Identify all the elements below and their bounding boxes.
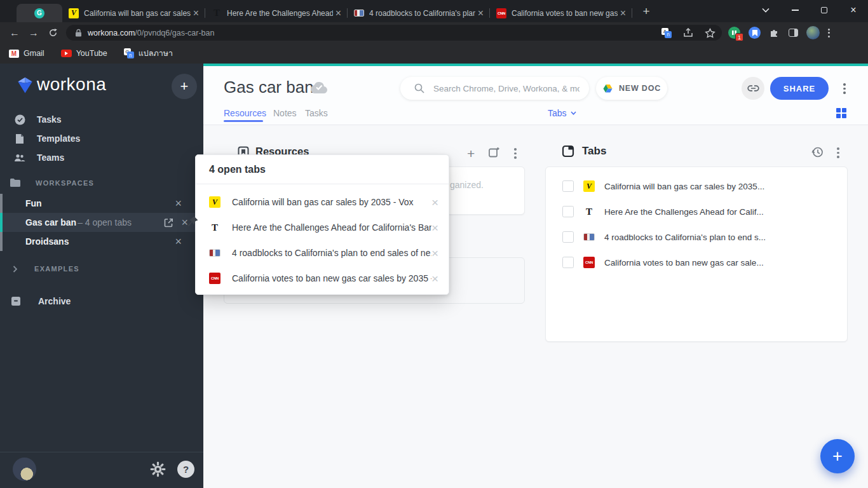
close-tab-icon[interactable]: ×	[336, 8, 341, 18]
popup-tab-item[interactable]: California will ban gas car sales by 203…	[196, 189, 449, 215]
nyt-favicon	[212, 8, 222, 18]
extensions-puzzle-icon[interactable]	[769, 27, 780, 39]
tab-list-item[interactable]: California will ban gas car sales by 203…	[546, 173, 847, 199]
youtube-icon	[61, 50, 72, 57]
sidebar-item-tasks[interactable]: Tasks	[0, 110, 203, 129]
share-button[interactable]: SHARE	[770, 77, 829, 100]
tab-list-item[interactable]: California votes to ban new gas car sale…	[546, 250, 847, 275]
search-input[interactable]	[433, 84, 580, 93]
browser-profile-avatar[interactable]	[806, 26, 820, 39]
add-tab-fab[interactable]: +	[820, 439, 855, 473]
search-bar[interactable]	[400, 77, 589, 100]
popup-tab-item[interactable]: California votes to ban new gas car sale…	[196, 266, 449, 291]
close-workspace-icon[interactable]: ×	[175, 198, 182, 209]
google-translate-icon: Gก	[124, 48, 134, 58]
header-menu-icon[interactable]	[843, 83, 846, 94]
popup-tab-list: California will ban gas car sales by 203…	[196, 184, 449, 291]
new-tab-button[interactable]: +	[637, 3, 655, 20]
tabs-section-header: Tabs	[562, 145, 606, 158]
sidebar-item-archive[interactable]: Archive	[0, 292, 203, 311]
adblock-extension-icon[interactable]: 1	[728, 27, 740, 39]
new-doc-button[interactable]: NEW DOC	[596, 77, 667, 100]
screen: California will ban gas car sales b × He…	[0, 0, 868, 488]
calmatters-favicon	[354, 10, 364, 17]
help-button[interactable]: ?	[177, 461, 194, 478]
user-avatar[interactable]	[13, 458, 36, 481]
tab-checkbox[interactable]	[562, 257, 574, 268]
close-popup-tab-icon[interactable]: ×	[431, 222, 438, 234]
workona-extension-icon[interactable]	[749, 27, 761, 39]
tab-list-item[interactable]: 4 roadblocks to California's plan to end…	[546, 224, 847, 250]
tab-search-icon[interactable]	[751, 0, 780, 20]
popup-tab-item[interactable]: Here Are the Challenges Ahead for Califo…	[196, 215, 449, 240]
close-tab-icon[interactable]: ×	[193, 8, 199, 18]
add-section-icon[interactable]	[488, 147, 499, 158]
close-popup-tab-icon[interactable]: ×	[431, 273, 438, 285]
close-workspace-icon[interactable]: ×	[175, 236, 182, 247]
popup-item-title: 4 roadblocks to California's plan to end…	[232, 248, 431, 258]
workspace-row-fun[interactable]: Fun ×	[0, 194, 203, 213]
history-icon[interactable]	[811, 146, 824, 158]
browser-tab-strip: California will ban gas car sales b × He…	[0, 0, 868, 22]
translate-page-icon[interactable]: Aก	[661, 28, 672, 38]
tab-tasks[interactable]: Tasks	[305, 108, 328, 118]
sidebar-item-templates[interactable]: Templates	[0, 129, 203, 148]
layout-grid-icon[interactable]	[836, 108, 846, 118]
bookmark-translate[interactable]: Gก แปลภาษา	[124, 47, 173, 60]
tab-notes[interactable]: Notes	[273, 108, 297, 118]
tab-checkbox[interactable]	[562, 206, 574, 217]
tabs-menu-icon[interactable]	[837, 147, 839, 158]
close-window-button[interactable]: ×	[839, 0, 868, 20]
workspace-open-tabs-meta[interactable]: – 4 open tabs	[78, 217, 132, 227]
workspace-name: Droidsans	[25, 236, 69, 247]
sidebar-item-teams[interactable]: Teams	[0, 148, 203, 167]
examples-header[interactable]: EXAMPLES	[13, 265, 79, 273]
address-bar[interactable]: workona.com/0/pvndq6/gas-car-ban Aก	[66, 25, 722, 41]
tab-list-item[interactable]: Here Are the Challenges Ahead for Calif.…	[546, 199, 847, 224]
browser-menu-icon[interactable]	[828, 29, 830, 37]
popup-item-title: California will ban gas car sales by 203…	[232, 197, 431, 207]
popup-tab-item[interactable]: 4 roadblocks to California's plan to end…	[196, 240, 449, 266]
tab-item-title: 4 roadblocks to California's plan to end…	[604, 233, 766, 242]
tab-checkbox[interactable]	[562, 231, 574, 243]
url-host: workona.com	[88, 29, 135, 37]
resources-menu-icon[interactable]	[514, 148, 517, 159]
minimize-button[interactable]	[780, 0, 810, 20]
maximize-button[interactable]	[810, 0, 839, 20]
back-icon[interactable]: ←	[5, 27, 24, 39]
new-doc-label: NEW DOC	[619, 84, 661, 93]
vox-favicon	[69, 8, 79, 18]
browser-tab-calmatters[interactable]: 4 roadblocks to California's plan t ×	[348, 4, 489, 22]
close-popup-tab-icon[interactable]: ×	[431, 247, 438, 259]
open-in-new-icon[interactable]	[164, 218, 173, 227]
tabs-icon	[562, 145, 574, 158]
close-tab-icon[interactable]: ×	[478, 8, 484, 18]
bookmark-star-icon[interactable]	[705, 28, 715, 38]
add-resource-button[interactable]: +	[467, 146, 475, 161]
forward-icon[interactable]: →	[24, 27, 43, 39]
view-selector[interactable]: Tabs	[548, 108, 576, 118]
workspaces-header: WORKSPACES	[10, 179, 94, 187]
tab-checkbox[interactable]	[562, 180, 574, 192]
browser-tab-workona[interactable]	[17, 4, 62, 22]
bookmark-youtube[interactable]: YouTube	[61, 49, 107, 58]
side-panel-icon[interactable]	[789, 29, 798, 37]
browser-tab-nyt[interactable]: Here Are the Challenges Ahead f ×	[205, 4, 347, 22]
share-page-icon[interactable]	[683, 28, 693, 37]
settings-gear-icon[interactable]	[149, 461, 166, 478]
reload-icon[interactable]	[43, 28, 62, 37]
browser-tab-vox[interactable]: California will ban gas car sales b ×	[62, 4, 205, 22]
document-icon	[14, 133, 25, 144]
tab-title: California votes to ban new gas c	[512, 9, 618, 18]
copy-link-button[interactable]	[742, 77, 764, 100]
lock-icon	[75, 29, 82, 37]
workspace-row-gas-car-ban[interactable]: Gas car ban – 4 open tabs ×	[0, 213, 203, 232]
add-workspace-button[interactable]: +	[172, 74, 197, 99]
close-tab-icon[interactable]: ×	[620, 8, 626, 18]
pin-icon[interactable]	[187, 215, 199, 227]
tab-resources[interactable]: Resources	[224, 108, 266, 118]
close-popup-tab-icon[interactable]: ×	[431, 196, 438, 208]
browser-tab-cnn[interactable]: California votes to ban new gas c ×	[490, 4, 632, 22]
workspace-row-droidsans[interactable]: Droidsans ×	[0, 232, 203, 251]
bookmark-gmail[interactable]: M Gmail	[9, 49, 44, 58]
